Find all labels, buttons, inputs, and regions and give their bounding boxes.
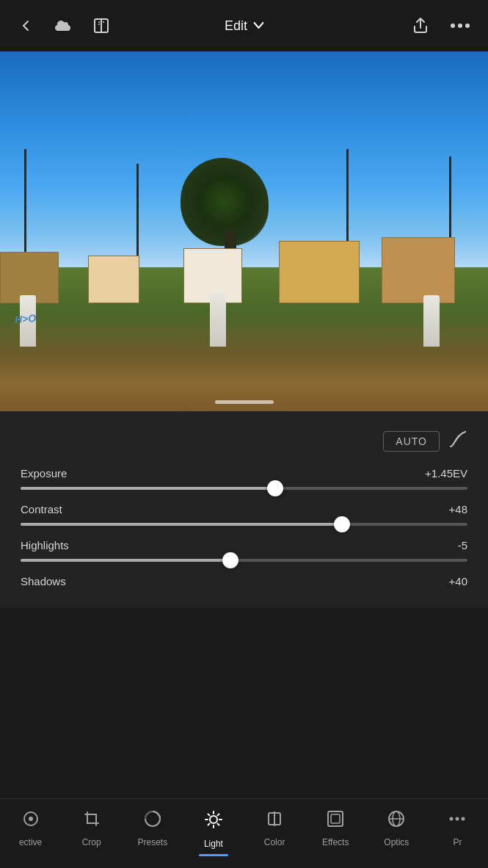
- exposure-slider-row: Exposure +1.45EV: [21, 467, 467, 490]
- toolbar-item-effects[interactable]: Effects: [305, 806, 366, 847]
- exposure-thumb[interactable]: [267, 480, 283, 496]
- bollard-3: [423, 295, 440, 347]
- compare-button[interactable]: [90, 14, 113, 37]
- highlights-value: -5: [458, 539, 467, 551]
- photo-scene: H>O: [0, 51, 488, 411]
- bollard-2: [210, 292, 226, 347]
- presets-icon: [143, 809, 162, 833]
- exposure-track-container[interactable]: [21, 487, 467, 490]
- shadows-label: Shadows: [21, 575, 66, 587]
- toolbar-item-light[interactable]: Light: [183, 806, 244, 849]
- exposure-track: [21, 487, 467, 490]
- toolbar-label-presets: Presets: [137, 837, 167, 847]
- shadows-slider-row: Shadows +40: [21, 575, 467, 587]
- toolbar-label-selective: ective: [19, 837, 42, 847]
- contrast-track-container[interactable]: [21, 523, 467, 526]
- svg-line-19: [217, 814, 219, 816]
- top-bar-left: [15, 14, 113, 37]
- curve-button[interactable]: [448, 429, 467, 454]
- highlights-track: [21, 559, 467, 562]
- more-icon: [448, 809, 467, 833]
- contrast-label: Contrast: [21, 503, 62, 516]
- highlights-label-row: Highlights -5: [21, 539, 467, 551]
- more-button[interactable]: [447, 20, 473, 32]
- graffiti-tag: H>O: [14, 312, 36, 325]
- toolbar-item-more[interactable]: Pr: [427, 806, 488, 847]
- svg-point-7: [465, 23, 470, 28]
- slider-group: Exposure +1.45EV Contrast +48: [21, 460, 467, 608]
- contrast-value: +48: [449, 503, 467, 516]
- shadows-label-row: Shadows +40: [21, 575, 467, 587]
- light-icon: [203, 809, 224, 834]
- toolbar-label-effects: Effects: [322, 837, 349, 847]
- toolbar-label-optics: Optics: [384, 837, 409, 847]
- light-active-indicator: [199, 854, 228, 856]
- highlights-thumb[interactable]: [222, 552, 238, 568]
- top-bar: Edit: [0, 0, 488, 51]
- building-4: [279, 241, 360, 303]
- share-button[interactable]: [409, 14, 432, 37]
- svg-point-11: [210, 816, 217, 823]
- color-icon: [265, 809, 284, 833]
- optics-icon: [387, 809, 406, 833]
- toolbar-item-presets[interactable]: Presets: [122, 806, 183, 847]
- svg-point-6: [458, 23, 462, 28]
- contrast-label-row: Contrast +48: [21, 503, 467, 516]
- auto-button[interactable]: AUTO: [383, 431, 440, 452]
- drag-indicator: [215, 400, 274, 404]
- edit-dropdown-container: Edit: [225, 18, 263, 34]
- building-group: [0, 215, 488, 303]
- cloud-button[interactable]: [50, 15, 76, 37]
- contrast-slider-row: Contrast +48: [21, 503, 467, 526]
- svg-line-17: [217, 824, 219, 825]
- bottom-toolbar: ective Crop Presets: [0, 798, 488, 868]
- toolbar-label-light: Light: [204, 839, 223, 849]
- highlights-track-container[interactable]: [21, 559, 467, 562]
- toolbar-item-optics[interactable]: Optics: [366, 806, 427, 847]
- contrast-thumb[interactable]: [334, 516, 350, 532]
- highlights-slider-row: Highlights -5: [21, 539, 467, 562]
- effects-icon: [326, 809, 345, 833]
- toolbar-item-selective[interactable]: ective: [0, 806, 61, 847]
- svg-line-16: [208, 814, 209, 816]
- exposure-value: +1.45EV: [425, 467, 467, 480]
- svg-point-9: [29, 817, 33, 821]
- building-5: [382, 237, 455, 303]
- exposure-label: Exposure: [21, 467, 67, 480]
- edit-panel: AUTO Exposure +1.45EV Contrast: [0, 411, 488, 608]
- contrast-track: [21, 523, 467, 526]
- exposure-fill: [21, 487, 275, 490]
- edit-label: Edit: [225, 18, 247, 34]
- photo-area: H>O: [0, 51, 488, 411]
- svg-point-5: [451, 23, 455, 28]
- highlights-fill: [21, 559, 230, 562]
- svg-point-27: [450, 817, 454, 821]
- toolbar-item-color[interactable]: Color: [244, 806, 305, 847]
- building-2: [88, 256, 139, 303]
- toolbar-item-crop[interactable]: Crop: [61, 806, 122, 847]
- contrast-fill: [21, 523, 342, 526]
- exposure-label-row: Exposure +1.45EV: [21, 467, 467, 480]
- shadows-value: +40: [449, 575, 467, 587]
- back-button[interactable]: [15, 15, 37, 37]
- edit-dropdown-button[interactable]: Edit: [225, 18, 263, 34]
- highlights-label: Highlights: [21, 539, 69, 551]
- svg-point-28: [456, 817, 459, 821]
- toolbar-label-color: Color: [264, 837, 285, 847]
- svg-rect-23: [331, 814, 340, 823]
- toolbar-label-crop: Crop: [82, 837, 101, 847]
- top-bar-right: [409, 14, 473, 37]
- svg-line-18: [208, 824, 209, 825]
- auto-row: AUTO: [21, 419, 467, 460]
- crop-icon: [82, 809, 101, 833]
- selective-icon: [21, 809, 40, 833]
- toolbar-label-more: Pr: [453, 837, 462, 847]
- svg-rect-22: [328, 811, 343, 826]
- svg-point-29: [462, 817, 465, 821]
